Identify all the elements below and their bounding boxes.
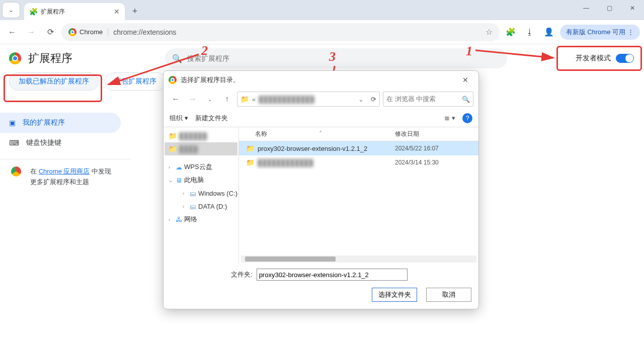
tree-item-selected[interactable]: 📁████: [165, 142, 237, 155]
tree-item-network[interactable]: ›🖧网络: [165, 213, 237, 226]
stack-icon: ▣: [9, 119, 16, 127]
developer-mode: 开发者模式: [575, 54, 635, 63]
dialog-footer: 文件夹: 选择文件夹 取消: [164, 264, 478, 309]
chrome-logo-icon: [68, 28, 76, 36]
sidebar-store-link: 在 Chrome 应用商店 中发现 更多扩展程序和主题: [0, 159, 131, 188]
chrome-update-chip[interactable]: 有新版 Chrome 可用 ⋮: [560, 25, 640, 40]
sidebar-item-label: 键盘快捷键: [26, 138, 61, 147]
dialog-back-button[interactable]: ←: [169, 92, 183, 106]
annotation-number-3: 3: [329, 49, 336, 64]
forward-button[interactable]: →: [23, 24, 39, 40]
load-unpacked-button[interactable]: 加载已解压的扩展程序: [9, 72, 99, 91]
puzzle-icon: 🧩: [29, 8, 38, 16]
new-folder-button[interactable]: 新建文件夹: [195, 114, 228, 123]
file-name-redacted: ████████████: [258, 159, 313, 166]
tree-item-pc[interactable]: ⌄🖥此电脑: [165, 174, 237, 187]
window-minimize-button[interactable]: —: [575, 0, 598, 16]
dialog-recent-dropdown[interactable]: ⌄: [203, 92, 217, 106]
folder-icon: 📁: [246, 158, 255, 166]
search-icon: 🔍: [462, 96, 470, 103]
tab-title: 扩展程序: [41, 8, 114, 16]
extensions-search-input[interactable]: [187, 54, 500, 62]
page-title: 扩展程序: [28, 51, 72, 66]
url-text: chrome://extensions: [113, 28, 480, 36]
extensions-sidebar: ▣ 我的扩展程序 ⌨ 键盘快捷键 在 Chrome 应用商店 中发现 更多扩展程…: [0, 113, 131, 188]
select-folder-button[interactable]: 选择文件夹: [372, 288, 417, 302]
annotation-number-1: 1: [466, 44, 472, 59]
tab-list-dropdown[interactable]: ⌄: [2, 2, 20, 18]
annotation-number-2: 2: [201, 43, 208, 58]
dialog-search-placeholder: 在 浏览器 中搜索: [386, 95, 436, 104]
address-bar[interactable]: Chrome chrome://extensions ☆: [61, 23, 500, 41]
dialog-nav-row: ← → ⌄ ↑ 📁 « ████████████ ⌄ ⟳ 在 浏览器 中搜索 🔍: [164, 89, 478, 109]
col-date[interactable]: 修改日期: [395, 130, 478, 138]
developer-mode-label: 开发者模式: [576, 54, 611, 63]
dialog-search[interactable]: 在 浏览器 中搜索 🔍: [383, 92, 473, 107]
downloads-icon[interactable]: ⭳: [522, 24, 538, 40]
search-icon: 🔍: [172, 54, 182, 63]
dialog-close-button[interactable]: ✕: [457, 73, 473, 87]
chrome-logo-icon: [11, 166, 21, 177]
dialog-toolbar: 组织 ▾ 新建文件夹 ≣ ▾ ?: [164, 109, 478, 127]
dialog-forward-button[interactable]: →: [186, 92, 200, 106]
file-list-header: 名称 ˄ 修改日期: [239, 127, 478, 141]
redacted-path: ████████████: [259, 96, 314, 103]
extensions-icon[interactable]: 🧩: [503, 24, 519, 40]
tree-item[interactable]: 📁██████: [165, 129, 237, 142]
reload-button[interactable]: ⟳: [42, 24, 58, 40]
profile-avatar-icon[interactable]: 👤: [541, 24, 557, 40]
folder-icon: 📁: [246, 144, 255, 152]
extensions-search[interactable]: 🔍: [165, 48, 507, 68]
view-menu[interactable]: ≣ ▾: [444, 113, 455, 124]
col-name[interactable]: 名称 ˄: [239, 130, 395, 138]
pack-extension-button[interactable]: 打包扩展程序: [105, 72, 166, 91]
site-chip-label: Chrome: [79, 28, 103, 36]
browser-tab[interactable]: 🧩 扩展程序 ✕: [24, 3, 125, 20]
folder-name-input[interactable]: [257, 269, 408, 281]
keyboard-icon: ⌨: [9, 139, 19, 147]
browser-toolbar: ← → ⟳ Chrome chrome://extensions ☆ 🧩 ⭳ 👤…: [0, 20, 644, 44]
file-row[interactable]: 📁████████████ 2024/3/14 15:30: [239, 155, 478, 169]
tab-close-icon[interactable]: ✕: [114, 8, 120, 16]
dialog-title: 选择扩展程序目录。: [181, 75, 453, 84]
cancel-button[interactable]: 取消: [426, 288, 471, 302]
tree-item-wps[interactable]: ›☁WPS云盘: [165, 160, 237, 174]
folder-tree: 📁██████ 📁████ ›☁WPS云盘 ⌄🖥此电脑 ›🖴Windows (C…: [164, 127, 239, 264]
bookmark-star-icon[interactable]: ☆: [486, 27, 493, 37]
horizontal-scrollbar[interactable]: [241, 256, 476, 263]
tree-item-windows-c[interactable]: ›🖴Windows (C:): [165, 187, 237, 200]
dialog-path-bar[interactable]: 📁 « ████████████ ⌄ ⟳: [237, 92, 380, 107]
sidebar-item-label: 我的扩展程序: [23, 118, 65, 127]
developer-mode-toggle[interactable]: [616, 54, 634, 63]
file-date: 2024/3/14 15:30: [395, 159, 478, 166]
back-button[interactable]: ←: [4, 24, 20, 40]
update-chip-label: 有新版 Chrome 可用: [566, 28, 625, 37]
dialog-up-button[interactable]: ↑: [220, 92, 234, 106]
folder-picker-dialog: 选择扩展程序目录。 ✕ ← → ⌄ ↑ 📁 « ████████████ ⌄ ⟳…: [163, 70, 479, 309]
site-chip: Chrome: [68, 28, 108, 36]
folder-icon: 📁: [240, 95, 249, 103]
chrome-web-store-link[interactable]: Chrome 应用商店: [39, 167, 90, 175]
sidebar-item-shortcuts[interactable]: ⌨ 键盘快捷键: [0, 133, 131, 153]
file-date: 2024/5/22 16:07: [395, 145, 478, 152]
window-maximize-button[interactable]: ▢: [598, 0, 621, 16]
tree-item-data-d[interactable]: ›🖴DATA (D:): [165, 200, 237, 213]
chrome-logo-icon: [9, 52, 21, 64]
file-list: 名称 ˄ 修改日期 📁proxy302-browser-extension-v1…: [239, 127, 478, 264]
chrome-logo-icon: [169, 76, 177, 84]
organize-menu[interactable]: 组织 ▾: [170, 114, 188, 123]
kebab-icon: ⋮: [627, 28, 634, 36]
window-titlebar: ⌄ 🧩 扩展程序 ✕ + — ▢ ✕: [0, 0, 644, 20]
folder-label: 文件夹:: [231, 270, 253, 279]
file-name: proxy302-browser-extension-v1.2.1_2: [258, 145, 367, 152]
file-row-selected[interactable]: 📁proxy302-browser-extension-v1.2.1_2 202…: [239, 141, 478, 155]
sidebar-item-my-extensions[interactable]: ▣ 我的扩展程序: [0, 113, 121, 133]
window-close-button[interactable]: ✕: [621, 0, 644, 16]
new-tab-button[interactable]: +: [128, 4, 142, 18]
dialog-titlebar: 选择扩展程序目录。 ✕: [164, 71, 478, 89]
refresh-icon[interactable]: ⟳: [371, 96, 376, 103]
help-icon[interactable]: ?: [462, 113, 472, 123]
extensions-header: 扩展程序 🔍 开发者模式: [0, 44, 644, 72]
